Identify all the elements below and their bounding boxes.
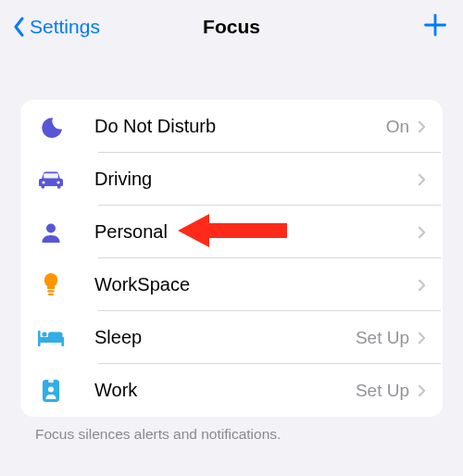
content-area: Do Not Disturb On Driving: [0, 54, 463, 443]
badge-icon: [37, 377, 65, 405]
chevron-right-icon: [415, 331, 428, 345]
focus-row-workspace[interactable]: WorkSpace: [22, 258, 441, 311]
chevron-right-icon: [415, 119, 428, 134]
list-footer: Focus silences alerts and notifications.: [20, 417, 443, 443]
svg-rect-8: [48, 293, 54, 294]
chevron-right-icon: [415, 383, 428, 398]
focus-row-label: Personal: [94, 221, 409, 243]
chevron-right-icon: [415, 225, 428, 240]
bed-icon: [37, 324, 65, 352]
focus-row-label: Sleep: [94, 327, 356, 348]
car-icon: [37, 166, 65, 194]
svg-rect-2: [44, 173, 58, 178]
chevron-right-icon: [415, 172, 428, 187]
svg-point-12: [42, 332, 46, 336]
plus-icon: [422, 12, 448, 42]
chevron-left-icon: [13, 16, 26, 38]
svg-point-4: [56, 181, 59, 183]
svg-rect-14: [48, 380, 54, 382]
focus-row-status: On: [386, 117, 409, 137]
chevron-right-icon: [415, 278, 428, 293]
svg-point-15: [48, 386, 54, 392]
nav-bar: Settings Focus: [0, 0, 463, 54]
focus-row-label: WorkSpace: [94, 274, 409, 295]
focus-row-label: Work: [94, 380, 356, 401]
focus-row-work[interactable]: Work Set Up: [22, 364, 441, 417]
svg-rect-7: [47, 290, 54, 292]
lightbulb-icon: [37, 271, 65, 299]
svg-rect-11: [61, 337, 64, 346]
focus-row-do-not-disturb[interactable]: Do Not Disturb On: [22, 100, 441, 153]
svg-rect-10: [38, 331, 41, 346]
focus-list: Do Not Disturb On Driving: [20, 100, 443, 417]
moon-icon: [37, 113, 65, 141]
svg-rect-9: [38, 337, 64, 343]
focus-row-label: Driving: [94, 169, 409, 190]
back-label: Settings: [30, 16, 100, 38]
back-button[interactable]: Settings: [13, 16, 100, 38]
focus-row-status: Set Up: [356, 381, 409, 401]
svg-point-5: [46, 223, 56, 232]
svg-point-3: [42, 181, 44, 183]
add-button[interactable]: [420, 12, 450, 42]
focus-row-label: Do Not Disturb: [94, 116, 386, 137]
focus-row-status: Set Up: [356, 328, 409, 348]
focus-row-personal[interactable]: Personal: [22, 206, 441, 258]
person-icon: [37, 219, 65, 246]
focus-row-sleep[interactable]: Sleep Set Up: [22, 311, 441, 364]
focus-row-driving[interactable]: Driving: [22, 153, 441, 206]
